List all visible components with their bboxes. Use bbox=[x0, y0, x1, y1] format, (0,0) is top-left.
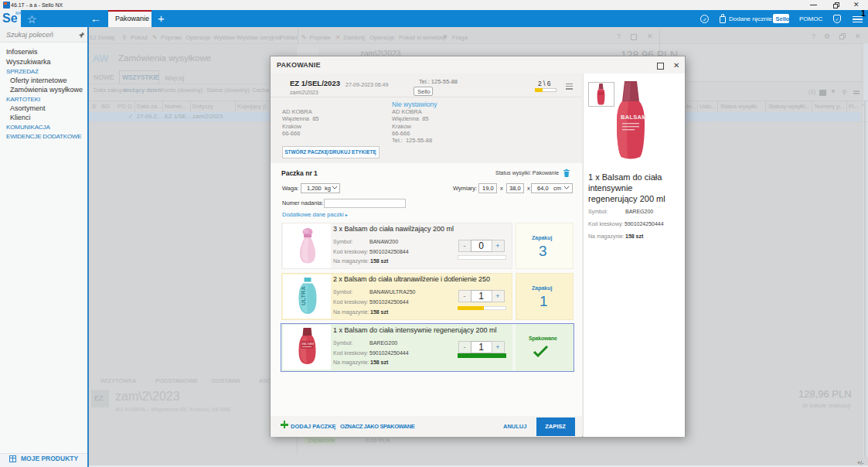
svg-text:BALSAM: BALSAM bbox=[621, 114, 647, 121]
svg-text:BALSAM: BALSAM bbox=[302, 343, 314, 346]
svg-text:ULTRA: ULTRA bbox=[300, 286, 307, 305]
